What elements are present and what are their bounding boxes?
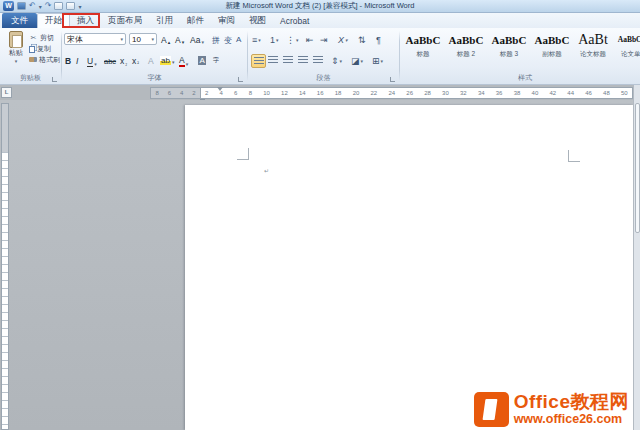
style-label: 论文单位 bbox=[613, 50, 640, 59]
distribute-button[interactable] bbox=[312, 53, 324, 67]
vertical-scrollbar[interactable] bbox=[633, 85, 640, 430]
document-page[interactable]: ↵ Office教程网 www.office26.com bbox=[185, 105, 633, 430]
document-area: ↵ Office教程网 www.office26.com bbox=[0, 100, 640, 430]
strikethrough-button[interactable]: abc bbox=[104, 57, 116, 66]
align-right-icon bbox=[283, 56, 293, 65]
align-left-icon bbox=[254, 57, 264, 66]
scrollbar-thumb[interactable] bbox=[635, 103, 640, 233]
sort-button[interactable]: ⇅ bbox=[358, 35, 366, 45]
paste-dropdown-icon[interactable]: ▾ bbox=[4, 58, 28, 64]
paste-icon bbox=[9, 31, 23, 48]
style-label: 论文标题 bbox=[572, 50, 614, 59]
qat-new-doc-icon[interactable] bbox=[54, 2, 63, 10]
tab-mailings[interactable]: 邮件 bbox=[180, 13, 211, 28]
tab-page-layout[interactable]: 页面布局 bbox=[101, 13, 149, 28]
hruler-page: 2468101214161820222426283032343638404244… bbox=[200, 87, 633, 99]
format-painter-button[interactable]: 格式刷 bbox=[29, 54, 60, 65]
justify-button[interactable] bbox=[297, 53, 309, 67]
underline-button[interactable]: U▾ bbox=[87, 56, 97, 67]
bold-button[interactable]: B bbox=[65, 56, 71, 66]
save-icon[interactable] bbox=[17, 2, 26, 10]
cut-button[interactable]: ✂ 剪切 bbox=[29, 32, 60, 43]
paragraph-group: ≡▾ 1▾ ⋮▾ ⇤ ⇥ X▾ ⇅ ¶ ⇕▾ ◪▾ bbox=[248, 28, 399, 84]
style-label: 标题 3 bbox=[488, 50, 530, 59]
font-dialog-launcher-icon[interactable] bbox=[238, 77, 243, 82]
highlight-icon: ab bbox=[160, 56, 171, 65]
ruler-number: 20 bbox=[353, 90, 360, 96]
align-right-button[interactable] bbox=[282, 53, 294, 67]
style-preview: AaBbC bbox=[445, 32, 487, 48]
font-name-value: 宋体 bbox=[67, 34, 83, 45]
font-name-combo[interactable]: 宋体 ▾ bbox=[64, 33, 126, 45]
word-logo-icon[interactable]: W bbox=[3, 1, 14, 11]
ruler-number: 2 bbox=[192, 90, 195, 96]
style-paper-affiliation[interactable]: AaBbCcD 论文单位 bbox=[613, 32, 640, 59]
align-center-button[interactable] bbox=[267, 53, 279, 67]
character-scaling-button[interactable]: 变 bbox=[224, 35, 232, 46]
paragraph-dialog-launcher-icon[interactable] bbox=[390, 77, 395, 82]
italic-button[interactable]: I bbox=[76, 56, 78, 66]
align-left-button[interactable] bbox=[251, 54, 266, 68]
tab-view[interactable]: 视图 bbox=[242, 13, 273, 28]
style-paper-title[interactable]: AaBt 论文标题 bbox=[572, 32, 614, 59]
undo-dropdown-icon[interactable]: ▾ bbox=[39, 3, 42, 10]
first-line-indent-marker[interactable] bbox=[217, 87, 223, 91]
tab-references[interactable]: 引用 bbox=[149, 13, 180, 28]
numbering-button[interactable]: 1▾ bbox=[270, 35, 279, 45]
style-heading3[interactable]: AaBbC 标题 3 bbox=[488, 32, 530, 59]
undo-icon[interactable]: ↶ bbox=[29, 2, 36, 10]
font-group-label: 字体 bbox=[62, 73, 247, 83]
decrease-indent-button[interactable]: ⇤ bbox=[306, 35, 314, 45]
customize-qat-icon[interactable]: ▾ bbox=[78, 3, 81, 10]
subscript-button[interactable]: x₂ bbox=[120, 56, 127, 66]
multilevel-list-button[interactable]: ⋮▾ bbox=[286, 35, 299, 45]
shading-button[interactable]: ◪▾ bbox=[351, 56, 363, 66]
tab-home[interactable]: 开始 bbox=[37, 13, 70, 28]
tab-insert[interactable]: 插入 bbox=[70, 13, 101, 28]
bullets-button[interactable]: ≡▾ bbox=[252, 35, 261, 45]
copy-button[interactable]: 复制 bbox=[29, 43, 60, 54]
tab-acrobat[interactable]: Acrobat bbox=[273, 13, 316, 28]
qat-print-icon[interactable] bbox=[66, 2, 75, 10]
paste-label: 粘贴 bbox=[4, 48, 28, 58]
show-hide-marks-button[interactable]: ¶ bbox=[376, 35, 381, 45]
clipboard-dialog-launcher-icon[interactable] bbox=[52, 77, 57, 82]
font-color-button[interactable]: A▾ bbox=[179, 55, 188, 67]
increase-indent-button[interactable]: ⇥ bbox=[320, 35, 328, 45]
highlight-color-button[interactable]: ab▾ bbox=[160, 56, 174, 65]
style-label: 标题 2 bbox=[445, 50, 487, 59]
vertical-ruler[interactable] bbox=[1, 103, 9, 430]
styles-group: AaBbC 标题 AaBbC 标题 2 AaBbC 标题 3 AaBbC 副标题… bbox=[400, 28, 640, 84]
tab-review[interactable]: 审阅 bbox=[211, 13, 242, 28]
styles-group-label: 样式 bbox=[460, 73, 590, 83]
format-painter-icon bbox=[29, 57, 37, 62]
watermark: Office教程网 www.office26.com bbox=[474, 392, 629, 427]
borders-button[interactable]: ⊞▾ bbox=[372, 56, 383, 66]
enclose-characters-button[interactable]: 字 bbox=[212, 56, 220, 65]
grow-font-button[interactable]: A▴ bbox=[161, 35, 170, 45]
line-spacing-button[interactable]: ⇕▾ bbox=[331, 56, 342, 66]
font-size-combo[interactable]: 10 ▾ bbox=[129, 33, 157, 45]
style-heading1[interactable]: AaBbC 标题 bbox=[402, 32, 444, 59]
change-case-button[interactable]: Aa▾ bbox=[190, 35, 204, 45]
style-subtitle[interactable]: AaBbC 副标题 bbox=[531, 32, 573, 59]
text-effects-button[interactable]: A bbox=[148, 56, 154, 66]
ruler-number: 22 bbox=[371, 90, 378, 96]
ruler-number: 6 bbox=[234, 90, 237, 96]
style-heading2[interactable]: AaBbC 标题 2 bbox=[445, 32, 487, 59]
hruler-margin: 8642 bbox=[150, 87, 200, 99]
shrink-font-button[interactable]: A▾ bbox=[175, 35, 184, 45]
ruler-number: 24 bbox=[388, 90, 395, 96]
tab-file[interactable]: 文件 bbox=[2, 13, 37, 28]
font-size-value: 10 bbox=[132, 35, 141, 44]
character-shading-button[interactable]: A bbox=[198, 56, 206, 65]
character-border-button[interactable]: A bbox=[236, 35, 241, 44]
asian-layout-button[interactable]: X▾ bbox=[338, 35, 348, 45]
paste-button[interactable]: 粘贴 ▾ bbox=[4, 31, 28, 77]
phonetic-guide-button[interactable]: 拼 bbox=[212, 35, 220, 46]
redo-icon[interactable]: ↷ bbox=[45, 2, 52, 10]
superscript-button[interactable]: x² bbox=[132, 56, 139, 66]
text-boundary-mark-right bbox=[568, 150, 580, 162]
tab-selector-button[interactable]: L bbox=[1, 87, 12, 98]
office26-logo-icon bbox=[474, 392, 509, 427]
